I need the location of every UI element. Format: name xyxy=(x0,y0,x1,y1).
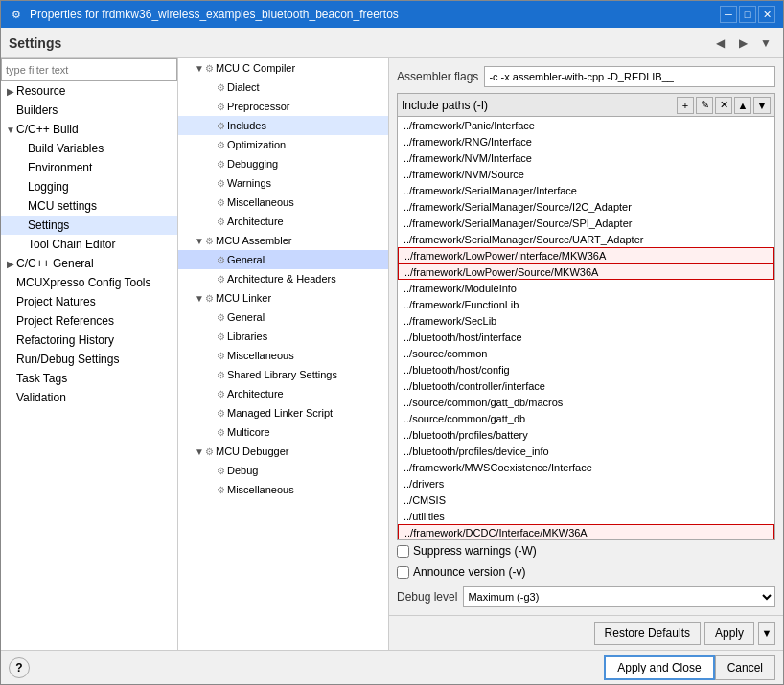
tree-item[interactable]: ⚙ Libraries xyxy=(178,327,388,346)
tree-item[interactable]: Build Variables xyxy=(1,139,177,158)
tree-item[interactable]: ▼ C/C++ Build xyxy=(1,120,177,139)
tree-item[interactable]: ▼ ⚙ MCU C Compiler xyxy=(178,58,388,78)
list-item[interactable]: ../framework/SerialManager/Source/I2C_Ad… xyxy=(398,198,774,215)
delete-path-button[interactable]: ✕ xyxy=(715,97,732,114)
tree-item[interactable]: ▼ ⚙ MCU Debugger xyxy=(178,442,388,461)
list-item[interactable]: ../framework/FunctionLib xyxy=(398,296,774,312)
expand-icon xyxy=(205,408,217,419)
list-item[interactable]: ../utilities xyxy=(398,508,774,524)
list-item[interactable]: ../framework/NVM/Source xyxy=(398,166,774,182)
list-item[interactable]: ../bluetooth/controller/interface xyxy=(398,377,774,394)
tree-item[interactable]: MCUXpresso Config Tools xyxy=(1,273,177,292)
expand-icon: ▼ xyxy=(5,125,16,135)
forward-button[interactable]: ▶ xyxy=(733,34,752,53)
cancel-button[interactable]: Cancel xyxy=(715,655,775,680)
tree-label: Validation xyxy=(16,391,66,404)
tree-item[interactable]: ⚙ Miscellaneous xyxy=(178,480,388,499)
tree-item[interactable]: MCU settings xyxy=(1,196,177,216)
list-item[interactable]: ../framework/ModuleInfo xyxy=(398,280,774,296)
filter-input[interactable] xyxy=(1,58,177,81)
apply-button[interactable]: Apply xyxy=(704,622,754,645)
debug-level-select[interactable]: Maximum (-g3) xyxy=(463,586,775,607)
tree-item[interactable]: Task Tags xyxy=(1,369,177,388)
list-item[interactable]: ../bluetooth/host/config xyxy=(398,361,774,377)
list-item[interactable]: ../bluetooth/host/interface xyxy=(398,329,774,345)
tree-item[interactable]: Refactoring History xyxy=(1,331,177,350)
tree-item[interactable]: ⚙ Miscellaneous xyxy=(178,193,388,212)
tree-item[interactable]: Logging xyxy=(1,177,177,196)
tree-item[interactable]: Project Natures xyxy=(1,292,177,311)
tree-item[interactable]: ⚙ Managed Linker Script xyxy=(178,403,388,422)
tree-label: Preprocessor xyxy=(227,101,289,112)
list-item[interactable]: ../bluetooth/profiles/battery xyxy=(398,426,774,443)
list-item[interactable]: ../framework/RNG/Interface xyxy=(398,133,774,149)
tree-item[interactable]: ⚙ Debug xyxy=(178,461,388,480)
debug-level-label: Debug level xyxy=(397,590,457,604)
tree-item[interactable]: ▶ Resource xyxy=(1,81,177,101)
tree-item[interactable]: ▼ ⚙ MCU Linker xyxy=(178,288,388,308)
tree-item[interactable]: ⚙ Preprocessor xyxy=(178,97,388,116)
edit-path-button[interactable]: ✎ xyxy=(696,97,713,114)
tree-item[interactable]: Environment xyxy=(1,158,177,177)
list-item[interactable]: ../CMSIS xyxy=(398,491,774,508)
tree-item[interactable]: Run/Debug Settings xyxy=(1,350,177,369)
more-options-button[interactable]: ▼ xyxy=(758,622,775,645)
tree-item[interactable]: ⚙ Architecture xyxy=(178,384,388,403)
list-item[interactable]: ../framework/SerialManager/Source/UART_A… xyxy=(398,231,774,247)
minimize-button[interactable]: ─ xyxy=(720,6,737,23)
tree-item[interactable]: ⚙ General xyxy=(178,250,388,269)
tree-item-includes[interactable]: ⚙ Includes xyxy=(178,116,388,135)
assembler-flags-input[interactable] xyxy=(484,66,775,87)
list-item[interactable]: ../framework/SerialManager/Interface xyxy=(398,182,774,198)
tree-item[interactable]: ⚙ Architecture xyxy=(178,212,388,231)
list-item-highlighted[interactable]: ../framework/LowPower/Source/MKW36A xyxy=(398,263,774,280)
tree-item[interactable]: ⚙ Warnings xyxy=(178,173,388,193)
tree-item[interactable]: ⚙ Shared Library Settings xyxy=(178,365,388,384)
expand-icon xyxy=(5,354,16,365)
list-item[interactable]: ../source/common/gatt_db xyxy=(398,410,774,426)
expand-icon xyxy=(205,82,217,93)
apply-close-button[interactable]: Apply and Close xyxy=(604,655,714,680)
tree-item[interactable]: ⚙ Dialect xyxy=(178,78,388,97)
restore-defaults-button[interactable]: Restore Defaults xyxy=(594,622,701,645)
tree-item[interactable]: Validation xyxy=(1,388,177,407)
maximize-button[interactable]: □ xyxy=(739,6,756,23)
main-content: ▶ Resource Builders ▼ C/C++ Build Build … xyxy=(1,58,783,650)
tree-item[interactable]: ⚙ Miscellaneous xyxy=(178,346,388,365)
tree-item[interactable]: Project References xyxy=(1,311,177,331)
tree-item[interactable]: Builders xyxy=(1,101,177,120)
tree-item-settings[interactable]: Settings xyxy=(1,216,177,235)
suppress-warnings-checkbox[interactable] xyxy=(397,545,409,558)
tree-item[interactable]: ⚙ Debugging xyxy=(178,154,388,173)
tree-item[interactable]: ⚙ Optimization xyxy=(178,135,388,154)
list-item[interactable]: ../framework/Panic/Interface xyxy=(398,117,774,133)
list-item-highlighted[interactable]: ../framework/LowPower/Interface/MKW36A xyxy=(398,247,774,263)
expand-icon xyxy=(5,393,16,403)
list-item[interactable]: ../framework/MWSCoexistence/Interface xyxy=(398,459,774,475)
list-item[interactable]: ../framework/SecLib xyxy=(398,312,774,329)
tree-item[interactable]: Tool Chain Editor xyxy=(1,235,177,254)
settings-container: ▼ ⚙ MCU C Compiler ⚙ Dialect ⚙ Preproces… xyxy=(178,58,783,650)
nav-down-button[interactable]: ▼ xyxy=(756,34,775,53)
back-button[interactable]: ◀ xyxy=(710,34,729,53)
add-path-button[interactable]: + xyxy=(677,97,694,114)
gear-icon: ⚙ xyxy=(205,63,214,74)
move-up-button[interactable]: ▲ xyxy=(734,97,751,114)
tree-item[interactable]: ▶ C/C++ General xyxy=(1,254,177,273)
close-button[interactable]: ✕ xyxy=(758,6,775,23)
tree-item[interactable]: ⚙ General xyxy=(178,308,388,327)
list-item[interactable]: ../source/common xyxy=(398,345,774,361)
list-item[interactable]: ../source/common/gatt_db/macros xyxy=(398,394,774,410)
list-item[interactable]: ../drivers xyxy=(398,475,774,491)
expand-icon xyxy=(5,374,16,384)
tree-item[interactable]: ⚙ Multicore xyxy=(178,422,388,442)
list-item[interactable]: ../bluetooth/profiles/device_info xyxy=(398,443,774,459)
list-item[interactable]: ../framework/NVM/Interface xyxy=(398,149,774,166)
tree-item[interactable]: ▼ ⚙ MCU Assembler xyxy=(178,231,388,250)
help-button[interactable]: ? xyxy=(9,657,30,678)
tree-item[interactable]: ⚙ Architecture & Headers xyxy=(178,269,388,288)
list-item[interactable]: ../framework/SerialManager/Source/SPI_Ad… xyxy=(398,215,774,231)
announce-version-checkbox[interactable] xyxy=(397,566,409,579)
move-down-button[interactable]: ▼ xyxy=(753,97,771,114)
list-item-highlighted[interactable]: ../framework/DCDC/Interface/MKW36A xyxy=(398,524,774,539)
